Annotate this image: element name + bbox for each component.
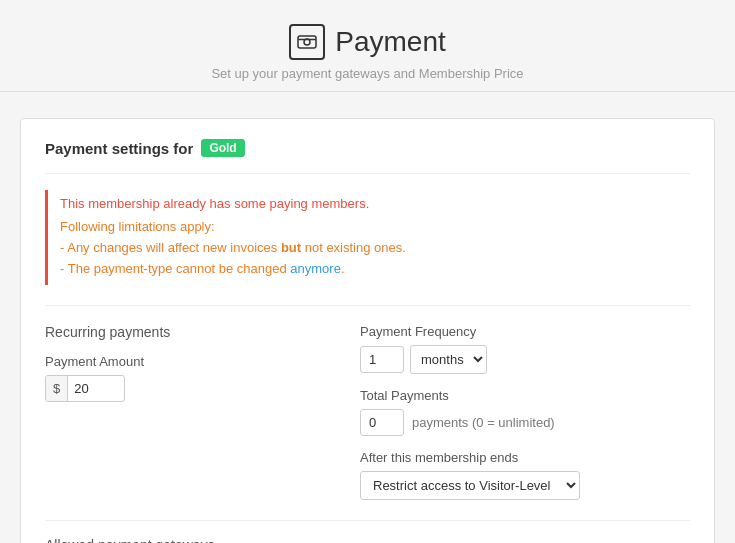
- warning-anymore-link[interactable]: anymore: [290, 261, 341, 276]
- warning-period: .: [341, 261, 345, 276]
- warning-sub: Following limitations apply: - Any chang…: [60, 217, 678, 279]
- warning-sub-line1: Following limitations apply:: [60, 219, 215, 234]
- warning-main-text: This membership already has some paying …: [60, 196, 678, 211]
- ends-label: After this membership ends: [360, 450, 690, 465]
- freq-unit-select[interactable]: months days weeks years: [410, 345, 487, 374]
- amount-label: Payment Amount: [45, 354, 320, 369]
- warning-sub-line2: - Any changes will affect new invoices: [60, 240, 281, 255]
- total-payments-input[interactable]: [360, 409, 404, 436]
- total-payments-row: payments (0 = unlimited): [360, 409, 690, 436]
- warning-not: not: [301, 240, 323, 255]
- page-subtitle: Set up your payment gateways and Members…: [0, 66, 735, 81]
- left-column: Recurring payments Payment Amount $: [45, 324, 320, 500]
- total-payments-label: Total Payments: [360, 388, 690, 403]
- right-column: Payment Frequency months days weeks year…: [360, 324, 690, 500]
- payment-amount-field: $: [45, 375, 125, 402]
- recurring-label: Recurring payments: [45, 324, 320, 340]
- restrict-select[interactable]: Restrict access to Visitor-Level Cancel …: [360, 471, 580, 500]
- svg-rect-0: [298, 36, 316, 48]
- warning-block: This membership already has some paying …: [45, 190, 690, 285]
- payments-hint: payments (0 = unlimited): [412, 415, 555, 430]
- payment-icon: [289, 24, 325, 60]
- card-title-label: Payment settings for: [45, 140, 193, 157]
- currency-symbol: $: [46, 376, 68, 401]
- gateways-section: Allowed payment gateways Manual Payment …: [45, 537, 690, 543]
- gold-badge: Gold: [201, 139, 244, 157]
- warning-but: but: [281, 240, 301, 255]
- freq-number-input[interactable]: [360, 346, 404, 373]
- page-title: Payment: [335, 26, 446, 58]
- amount-input[interactable]: [68, 376, 112, 401]
- gateways-title: Allowed payment gateways: [45, 537, 690, 543]
- page-header: Payment Set up your payment gateways and…: [0, 0, 735, 102]
- main-card: Payment settings for Gold This membershi…: [20, 118, 715, 543]
- freq-row: months days weeks years: [360, 345, 690, 374]
- warning-payment-type: - The payment-type cannot be changed: [60, 261, 290, 276]
- card-title-row: Payment settings for Gold: [45, 139, 690, 157]
- warning-existing: existing ones.: [323, 240, 406, 255]
- freq-label: Payment Frequency: [360, 324, 690, 339]
